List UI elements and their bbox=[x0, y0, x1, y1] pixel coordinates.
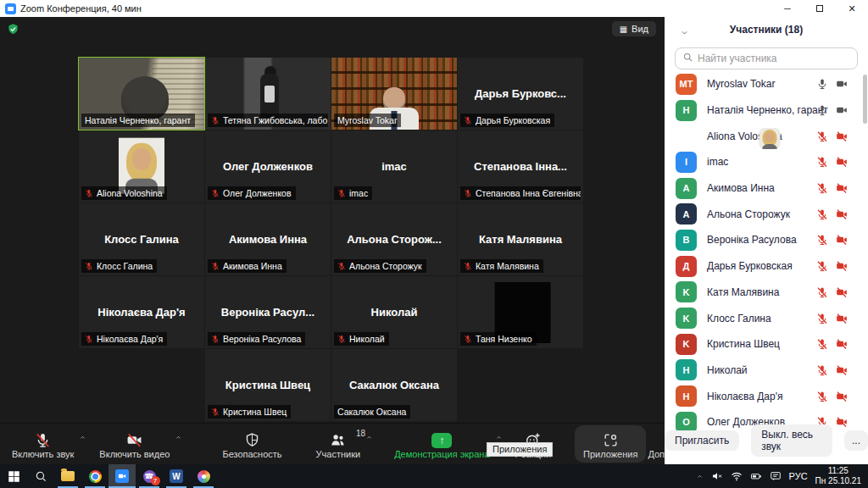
mic-muted-icon[interactable] bbox=[816, 391, 828, 402]
chevron-up-icon[interactable] bbox=[365, 432, 373, 442]
search-input[interactable] bbox=[698, 53, 850, 64]
tile-name-label: Myroslav Tokar bbox=[334, 114, 401, 127]
participant-row[interactable]: KКристина Швец bbox=[665, 331, 863, 358]
video-tile[interactable]: Наталія Черненко, гарант bbox=[79, 58, 204, 130]
tray-wifi-icon[interactable] bbox=[731, 470, 743, 482]
participant-row[interactable]: AАльона Сторожук bbox=[665, 201, 863, 227]
camera-off-icon[interactable] bbox=[836, 156, 848, 168]
video-tile[interactable]: Aliona Voloshina bbox=[79, 130, 204, 202]
sidebar-scrollbar[interactable] bbox=[863, 75, 867, 124]
video-tile[interactable]: Тетяна Гжибовська, лабо... bbox=[205, 58, 331, 130]
taskbar-clock[interactable]: 11:25Пн 25.10.21 bbox=[815, 466, 861, 486]
participant-name: Клосс Галина bbox=[707, 313, 771, 324]
mic-muted-icon[interactable] bbox=[816, 208, 828, 220]
participant-row[interactable]: MTMyroslav Tokar bbox=[665, 71, 863, 97]
video-tile[interactable]: imac imac bbox=[331, 130, 457, 202]
toolbar-apps-button[interactable]: Приложения bbox=[575, 425, 646, 463]
language-indicator[interactable]: РУС bbox=[789, 471, 808, 481]
video-tile[interactable]: Катя Малявина Катя Малявина bbox=[458, 203, 583, 275]
video-tile[interactable]: Акимова Инна Акимова Инна bbox=[205, 203, 331, 275]
taskbar-paint-icon[interactable] bbox=[190, 464, 217, 488]
camera-off-icon[interactable] bbox=[836, 364, 848, 376]
participant-row[interactable]: AАкимова Инна bbox=[665, 175, 863, 202]
chevron-up-icon[interactable] bbox=[495, 432, 503, 442]
taskbar-start-icon[interactable] bbox=[0, 464, 27, 488]
mute-all-button[interactable]: Выкл. весь звук bbox=[751, 424, 832, 457]
camera-on-icon[interactable] bbox=[836, 78, 848, 90]
camera-on-icon[interactable] bbox=[836, 104, 848, 116]
mic-muted-icon[interactable] bbox=[816, 364, 828, 376]
camera-off-icon[interactable] bbox=[836, 208, 848, 220]
video-tile[interactable]: Myroslav Tokar bbox=[331, 58, 457, 130]
video-tile[interactable]: Таня Низенко bbox=[458, 276, 583, 348]
toolbar-share-button[interactable]: ↑Демонстрация экрана bbox=[392, 425, 491, 463]
video-tile[interactable]: Дарья Бурковс... Дарья Бурковская bbox=[458, 58, 583, 130]
participant-row[interactable]: BВероніка Расулова bbox=[665, 227, 863, 253]
camera-off-icon[interactable] bbox=[836, 182, 848, 194]
tray-chevron-up-icon[interactable] bbox=[696, 474, 704, 480]
taskbar-search-icon[interactable] bbox=[27, 464, 54, 488]
minimize-button[interactable]: ─ bbox=[771, 0, 804, 17]
mic-muted-icon[interactable] bbox=[816, 130, 828, 142]
close-button[interactable]: ✕ bbox=[836, 0, 868, 17]
mic-muted-icon[interactable] bbox=[816, 260, 828, 272]
video-tile[interactable]: Кристина Швец Кристина Швец bbox=[205, 349, 331, 421]
tray-speaker-muted-icon[interactable] bbox=[711, 470, 723, 482]
video-tile[interactable]: Сакалюк ОксанаСакалюк Оксана bbox=[331, 349, 457, 421]
taskbar-zoom-icon[interactable] bbox=[108, 464, 136, 488]
camera-off-icon[interactable] bbox=[836, 130, 848, 142]
participant-row[interactable]: HНаталія Черненко, гарант bbox=[665, 97, 863, 124]
video-tile[interactable]: Клосс Галина Клосс Галина bbox=[79, 203, 204, 275]
participant-row[interactable]: KКлосс Галина bbox=[665, 305, 863, 331]
participant-row[interactable]: HНіколаєва Дар'я bbox=[665, 383, 863, 409]
participant-row[interactable]: Aliona Voloshina bbox=[665, 123, 863, 149]
participant-row[interactable]: ДДарья Бурковская bbox=[665, 253, 863, 280]
tile-name-label: imac bbox=[334, 186, 372, 200]
participant-row[interactable]: Iimac bbox=[665, 149, 863, 175]
participants-more-button[interactable]: ... bbox=[844, 430, 868, 451]
participant-row[interactable]: KКатя Малявина bbox=[665, 280, 863, 306]
taskbar-viber-icon[interactable]: ☎7 bbox=[136, 464, 163, 488]
meeting-security-shield-icon[interactable] bbox=[7, 23, 19, 39]
toolbar-shield-button[interactable]: Безопасность bbox=[220, 425, 283, 463]
mic-on-icon[interactable] bbox=[816, 104, 828, 116]
camera-off-icon[interactable] bbox=[836, 338, 848, 350]
mic-muted-icon[interactable] bbox=[816, 234, 828, 246]
chevron-up-icon[interactable] bbox=[79, 432, 86, 442]
video-tile[interactable]: Николай Николай bbox=[331, 276, 457, 348]
participant-row[interactable]: HНиколай bbox=[665, 358, 863, 384]
tray-battery-icon[interactable] bbox=[750, 470, 762, 482]
participant-search-box[interactable] bbox=[675, 47, 858, 69]
tray-chat-icon[interactable] bbox=[770, 470, 782, 482]
mic-muted-icon[interactable] bbox=[816, 156, 828, 168]
video-tile[interactable]: Альона Сторож... Альона Сторожук bbox=[331, 203, 457, 275]
mic-on-icon[interactable] bbox=[816, 78, 828, 90]
muted-mic-icon bbox=[464, 335, 472, 343]
restore-button[interactable] bbox=[804, 0, 836, 17]
invite-button[interactable]: Пригласить bbox=[665, 430, 739, 451]
mic-muted-icon[interactable] bbox=[816, 313, 828, 324]
zoom-meeting-window: ▦ Вид Наталія Черненко, гарант Тетяна Гж… bbox=[0, 17, 868, 464]
view-button[interactable]: ▦ Вид bbox=[612, 21, 656, 36]
camera-off-icon[interactable] bbox=[836, 234, 848, 246]
camera-off-icon[interactable] bbox=[836, 286, 848, 298]
chevron-up-icon[interactable] bbox=[175, 432, 182, 442]
taskbar-chrome-icon[interactable] bbox=[81, 464, 108, 488]
panel-collapse-chevron-icon[interactable] bbox=[680, 25, 689, 40]
toolbar-mic-muted-button[interactable]: Включить звук bbox=[10, 425, 75, 463]
video-tile[interactable]: Ніколаєва Дар'я Ніколаєва Дар'я bbox=[79, 276, 204, 348]
toolbar-people-button[interactable]: Участники18 bbox=[314, 425, 363, 463]
camera-off-icon[interactable] bbox=[836, 260, 848, 272]
taskbar-word-icon[interactable]: W bbox=[163, 464, 190, 488]
camera-off-icon[interactable] bbox=[836, 391, 848, 402]
mic-muted-icon[interactable] bbox=[816, 182, 828, 194]
video-tile[interactable]: Вероніка Расул... Вероніка Расулова bbox=[205, 276, 331, 348]
video-tile[interactable]: Степанова Інна... Степанова Інна Євгенів… bbox=[458, 130, 583, 202]
mic-muted-icon[interactable] bbox=[816, 286, 828, 298]
taskbar-explorer-icon[interactable] bbox=[54, 464, 81, 488]
camera-off-icon[interactable] bbox=[836, 313, 848, 324]
toolbar-cam-muted-button[interactable]: Включить видео bbox=[97, 425, 171, 463]
mic-muted-icon[interactable] bbox=[816, 338, 828, 350]
muted-mic-icon bbox=[337, 335, 346, 343]
video-tile[interactable]: Олег Долженков Олег Долженков bbox=[205, 130, 331, 202]
